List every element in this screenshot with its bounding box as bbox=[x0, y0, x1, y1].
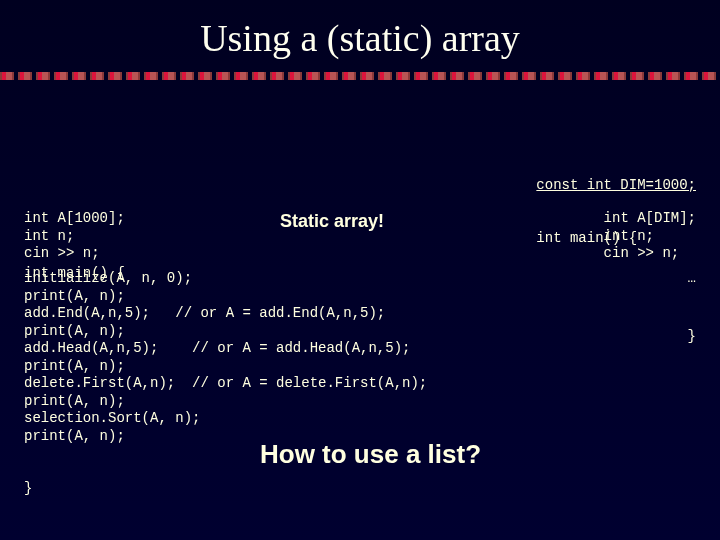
left-body: initialize(A, n, 0); print(A, n); add.En… bbox=[24, 270, 427, 445]
right-close-brace: } bbox=[688, 328, 696, 346]
left-declarations: int A[1000]; int n; cin >> n; bbox=[24, 210, 125, 263]
right-ellipsis: … bbox=[688, 270, 696, 288]
left-close-brace: } bbox=[24, 480, 32, 498]
right-declarations: int A[DIM]; int n; cin >> n; bbox=[604, 210, 696, 263]
static-array-label: Static array! bbox=[280, 210, 384, 233]
decorative-divider bbox=[0, 72, 720, 80]
slide-title: Using a (static) array bbox=[0, 0, 720, 72]
right-const-line: const int DIM=1000; bbox=[536, 177, 696, 195]
slide-content: int main() { const int DIM=1000; int mai… bbox=[0, 80, 720, 384]
howto-label: How to use a list? bbox=[260, 438, 481, 471]
